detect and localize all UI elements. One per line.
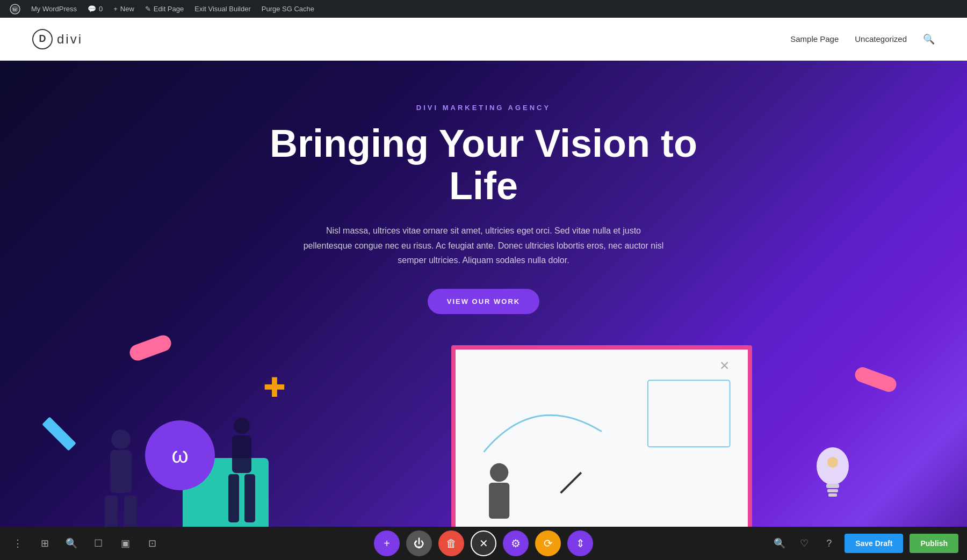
tablet-icon: ▣ xyxy=(121,537,130,549)
svg-rect-7 xyxy=(232,435,251,473)
svg-rect-18 xyxy=(828,493,837,497)
wireframe-icon: ⊞ xyxy=(41,537,49,549)
edit-icon: ✎ xyxy=(145,5,151,13)
hero-title: Bringing Your Vision to Life xyxy=(269,122,698,207)
svg-line-14 xyxy=(561,472,581,493)
search-toolbar-icon: 🔍 xyxy=(66,537,77,549)
site-header: D divi Sample Page Uncategorized 🔍 xyxy=(0,18,967,61)
edit-page-item[interactable]: ✎ Edit Page xyxy=(140,0,189,18)
responsive-tablet-icon-btn[interactable]: ▣ xyxy=(116,534,134,552)
settings-button[interactable]: ⚙ xyxy=(503,530,529,556)
admin-bar: W My WordPress 💬 0 + New ✎ Edit Page Exi… xyxy=(0,0,967,18)
site-nav: Sample Page Uncategorized 🔍 xyxy=(790,33,935,45)
person-left xyxy=(99,426,142,533)
plus-icon: + xyxy=(113,5,118,13)
svg-text:W: W xyxy=(12,7,17,12)
save-draft-button[interactable]: Save Draft xyxy=(845,534,903,553)
comments-item[interactable]: 💬 0 xyxy=(82,0,108,18)
mobile-icon: ⊡ xyxy=(148,537,156,549)
purge-cache-item[interactable]: Purge SG Cache xyxy=(256,0,320,18)
menu-icon-btn[interactable]: ⋮ xyxy=(9,534,27,552)
toolbar-right: 🔍 ♡ ? Save Draft Publish xyxy=(770,534,958,553)
desktop-icon: ☐ xyxy=(94,537,103,549)
toolbar-center: + ⏻ 🗑 ✕ ⚙ ⟳ ⇕ xyxy=(374,530,593,556)
svg-rect-8 xyxy=(228,474,239,522)
toolbar-left: ⋮ ⊞ 🔍 ☐ ▣ ⊡ xyxy=(9,534,161,552)
person-right xyxy=(226,415,258,533)
deco-pink-wave-left xyxy=(127,333,173,363)
speech-bubble: ω xyxy=(145,420,215,490)
svg-point-6 xyxy=(234,418,250,434)
wireframe-icon-btn[interactable]: ⊞ xyxy=(35,534,54,552)
svg-rect-9 xyxy=(244,474,255,522)
responsive-mobile-icon-btn[interactable]: ⊡ xyxy=(143,534,161,552)
nav-uncategorized[interactable]: Uncategorized xyxy=(855,34,907,43)
columns-button[interactable]: ⇕ xyxy=(567,530,593,556)
svg-rect-3 xyxy=(110,450,132,493)
history-button[interactable]: ⟳ xyxy=(535,530,561,556)
menu-icon: ⋮ xyxy=(13,537,23,549)
logo-text: divi xyxy=(57,32,83,47)
deco-plus-icon: ✚ xyxy=(263,372,286,403)
wp-logo-item[interactable]: W xyxy=(4,0,26,18)
svg-point-12 xyxy=(490,463,508,482)
help-icon[interactable]: ? xyxy=(820,534,838,552)
responsive-desktop-icon-btn[interactable]: ☐ xyxy=(89,534,107,552)
comment-icon: 💬 xyxy=(88,5,96,13)
whiteboard: ✕ xyxy=(451,345,752,533)
svg-rect-13 xyxy=(489,483,509,519)
close-button[interactable]: ✕ xyxy=(471,530,496,556)
divi-toolbar: ⋮ ⊞ 🔍 ☐ ▣ ⊡ + ⏻ 🗑 ✕ ⚙ ⟳ ⇕ 🔍 ♡ ? Save Dra… xyxy=(0,527,967,560)
deco-pink-wave-right xyxy=(853,365,899,394)
logo-circle: D xyxy=(32,29,53,49)
new-item[interactable]: + New xyxy=(108,0,140,18)
deco-blue-rect xyxy=(42,417,76,451)
favorite-icon[interactable]: ♡ xyxy=(795,534,813,552)
search-right-icon[interactable]: 🔍 xyxy=(770,534,789,552)
svg-rect-10 xyxy=(648,380,730,447)
svg-point-19 xyxy=(827,457,838,468)
power-button[interactable]: ⏻ xyxy=(406,530,432,556)
delete-button[interactable]: 🗑 xyxy=(438,530,464,556)
exit-builder-item[interactable]: Exit Visual Builder xyxy=(189,0,256,18)
add-section-button[interactable]: + xyxy=(374,530,400,556)
publish-button[interactable]: Publish xyxy=(910,534,958,553)
nav-sample-page[interactable]: Sample Page xyxy=(790,34,839,43)
lightbulb xyxy=(811,442,854,506)
hero-eyebrow: DIVI MARKETING AGENCY xyxy=(416,104,551,112)
search-icon[interactable]: 🔍 xyxy=(923,33,935,45)
svg-rect-16 xyxy=(826,484,839,488)
svg-text:✕: ✕ xyxy=(719,359,730,373)
svg-rect-17 xyxy=(827,489,838,492)
site-name[interactable]: My WordPress xyxy=(26,0,82,18)
svg-point-2 xyxy=(111,430,131,449)
hero-section: DIVI MARKETING AGENCY Bringing Your Visi… xyxy=(0,61,967,560)
site-logo[interactable]: D divi xyxy=(32,29,83,49)
view-our-work-button[interactable]: VIEW OUR WORK xyxy=(428,289,540,314)
hero-subtitle: Nisl massa, ultrices vitae ornare sit am… xyxy=(301,223,666,267)
search-toolbar-icon-btn[interactable]: 🔍 xyxy=(62,534,81,552)
